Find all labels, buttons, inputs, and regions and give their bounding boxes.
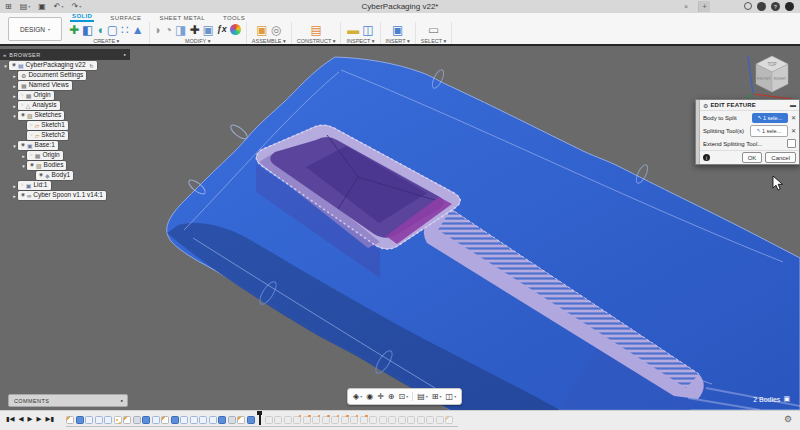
- timeline-feature[interactable]: [237, 416, 245, 424]
- timeline-feature[interactable]: [247, 416, 255, 424]
- app-grid-icon[interactable]: ⊞: [5, 3, 12, 11]
- dialog-drag-handle[interactable]: [696, 100, 700, 164]
- timeline-feature[interactable]: [398, 416, 406, 424]
- browser-item[interactable]: ○▱Sketch1: [2, 121, 106, 130]
- 3d-model-scene[interactable]: [0, 46, 800, 410]
- tree-expand-icon[interactable]: ▸: [11, 193, 18, 199]
- pattern-icon[interactable]: ∷: [121, 24, 129, 36]
- visibility-bulb-icon[interactable]: ○: [30, 133, 33, 138]
- timeline-feature[interactable]: [426, 416, 434, 424]
- splitting-tools-selection[interactable]: ↖ 1 sele...: [750, 125, 788, 137]
- browser-item[interactable]: ▸◉∞Cyber Spoon v1.1 v14:1: [2, 191, 106, 200]
- timeline-feature[interactable]: [180, 416, 188, 424]
- timeline-feature[interactable]: [104, 416, 112, 424]
- timeline-feature[interactable]: [199, 416, 207, 424]
- browser-item[interactable]: ▾◉▨Bodies: [2, 161, 106, 170]
- browser-item[interactable]: ▸○▦Origin: [2, 91, 106, 100]
- tree-node-chip[interactable]: ◉∞Cyber Spoon v1.1 v14:1: [18, 191, 106, 200]
- tree-node-chip[interactable]: ○▦Origin: [18, 91, 54, 100]
- tree-node-chip[interactable]: ○▱Sketch1: [27, 121, 68, 130]
- timeline-feature[interactable]: [436, 416, 444, 424]
- timeline-feature[interactable]: [312, 416, 320, 424]
- tree-node-chip[interactable]: ○▣Lid:1: [18, 181, 51, 190]
- visibility-bulb-icon[interactable]: ○: [21, 183, 24, 188]
- tree-node-chip[interactable]: ◉▨Sketches: [18, 111, 64, 120]
- visibility-bulb-icon[interactable]: ○: [30, 123, 33, 128]
- timeline-feature[interactable]: [66, 416, 74, 424]
- timeline-feature[interactable]: [445, 416, 453, 424]
- help-icon[interactable]: ?: [771, 2, 780, 11]
- tree-expand-icon[interactable]: ▾: [11, 143, 18, 149]
- timeline-feature[interactable]: [369, 416, 377, 424]
- look-at-icon[interactable]: ◉: [366, 393, 373, 401]
- viewports-icon[interactable]: ◫▾: [446, 393, 457, 401]
- tree-node-chip[interactable]: ○▱Sketch2: [27, 131, 68, 140]
- visibility-bulb-icon[interactable]: ○: [21, 93, 24, 98]
- tab-surface[interactable]: SURFACE: [108, 14, 143, 22]
- timeline-feature[interactable]: [76, 416, 84, 424]
- timeline-feature[interactable]: [350, 416, 358, 424]
- grid-snaps-icon[interactable]: ⊞▾: [432, 393, 442, 401]
- timeline-feature[interactable]: [265, 416, 273, 424]
- body-to-split-selection[interactable]: ↖ 1 sele...: [752, 113, 788, 123]
- timeline-feature[interactable]: [218, 416, 226, 424]
- tree-node-chip[interactable]: ○▦Origin: [27, 151, 63, 160]
- profile-avatar-icon[interactable]: [785, 2, 794, 11]
- workspace-switcher-button[interactable]: DESIGN ▾: [8, 17, 62, 41]
- appearance-icon[interactable]: [230, 24, 241, 35]
- viewcube-front-label[interactable]: FRONT: [757, 76, 771, 81]
- timeline-feature[interactable]: [161, 416, 169, 424]
- timeline-settings-icon[interactable]: ⚙: [784, 415, 792, 424]
- timeline-feature[interactable]: [274, 416, 282, 424]
- tab-solid[interactable]: SOLID: [70, 12, 94, 22]
- tree-expand-icon[interactable]: ▾: [2, 63, 9, 69]
- info-icon[interactable]: i: [703, 154, 710, 161]
- browser-item[interactable]: ▾◉▤CyberPackaging v22↻: [2, 61, 106, 70]
- zoom-icon[interactable]: ⊕: [388, 393, 395, 401]
- measure-icon[interactable]: ▬: [347, 24, 359, 36]
- timeline-feature[interactable]: [322, 416, 330, 424]
- play-button[interactable]: ▶: [28, 416, 33, 423]
- select-tool-icon[interactable]: ▭: [428, 24, 439, 36]
- browser-item[interactable]: ▸▦Named Views: [2, 81, 106, 90]
- timeline-position-marker[interactable]: [256, 411, 263, 425]
- clear-selection-icon[interactable]: ✕: [791, 114, 796, 121]
- tree-expand-icon[interactable]: ▾: [11, 113, 18, 119]
- undo-icon[interactable]: ↶▾: [54, 3, 64, 11]
- move-copy-icon[interactable]: ✚: [189, 24, 199, 36]
- browser-item[interactable]: ▸○▣Lid:1: [2, 181, 106, 190]
- redo-icon[interactable]: ↷▾: [72, 3, 82, 11]
- create-form-icon[interactable]: ◖: [96, 24, 103, 36]
- tree-expand-icon[interactable]: ▸: [11, 83, 18, 89]
- ok-button[interactable]: OK: [742, 152, 763, 163]
- comments-panel-header[interactable]: COMMENTS ●: [8, 394, 128, 407]
- viewport-canvas[interactable]: TOP FRONT RIGHT « BROWSER ● ▾◉▤CyberPack…: [0, 46, 800, 410]
- dialog-header[interactable]: ⚙ EDIT FEATURE ▬: [700, 100, 799, 111]
- pan-icon[interactable]: ✛: [377, 393, 384, 401]
- tab-tools[interactable]: TOOLS: [221, 14, 247, 22]
- tree-node-chip[interactable]: ▦Named Views: [18, 81, 72, 90]
- timeline-feature[interactable]: [360, 416, 368, 424]
- tree-node-chip[interactable]: ○△Analysis: [18, 101, 60, 110]
- browser-item[interactable]: ◉◆Body1: [2, 171, 106, 180]
- fillet-icon[interactable]: ◔: [165, 24, 172, 36]
- timeline-feature[interactable]: [228, 416, 236, 424]
- orbit-icon[interactable]: ◈▾: [353, 393, 362, 401]
- timeline-feature[interactable]: [123, 416, 131, 424]
- tab-close-icon[interactable]: ×: [684, 0, 688, 13]
- timeline-feature[interactable]: [417, 416, 425, 424]
- job-status-icon[interactable]: [744, 2, 752, 10]
- tab-sheet-metal[interactable]: SHEET METAL: [157, 14, 207, 22]
- create-sketch-icon[interactable]: ✚: [69, 24, 79, 36]
- timeline-feature[interactable]: [95, 416, 103, 424]
- change-parameters-icon[interactable]: ƒx: [217, 25, 227, 34]
- timeline-feature[interactable]: [293, 416, 301, 424]
- tree-expand-icon[interactable]: ▸: [11, 93, 18, 99]
- extrude-icon[interactable]: ◧: [82, 24, 93, 36]
- tree-expand-icon[interactable]: ▾: [20, 163, 27, 169]
- visibility-bulb-icon[interactable]: ◉: [12, 63, 16, 68]
- visibility-bulb-icon[interactable]: ◉: [39, 173, 43, 178]
- visibility-bulb-icon[interactable]: ◉: [21, 143, 25, 148]
- tree-node-chip[interactable]: ◉▤CyberPackaging v22↻: [9, 61, 97, 70]
- browser-item[interactable]: ▸⚙Document Settings: [2, 71, 106, 80]
